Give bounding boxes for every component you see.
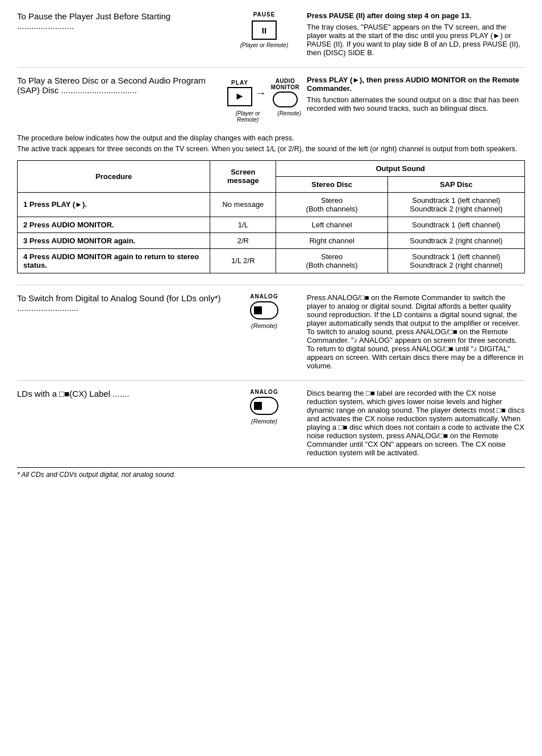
- cx-title: LDs with a □■(CX) Label .......: [17, 389, 222, 457]
- th-output-sound: Output Sound: [276, 160, 525, 176]
- analog-section: To Switch from Digital to Analog Sound (…: [17, 293, 525, 370]
- pause-button-icon: II: [252, 20, 277, 40]
- cx-section: LDs with a □■(CX) Label ....... ANALOG (…: [17, 389, 525, 457]
- analog-title: To Switch from Digital to Analog Sound (…: [17, 293, 222, 370]
- cx-instruction: Discs bearing the □■ label are recorded …: [307, 389, 525, 457]
- table-cell-sap: Soundtrack 1 (left channel)Soundtrack 2 …: [387, 192, 524, 217]
- cx-button-icon: [250, 397, 278, 415]
- procedure-description: The procedure below indicates how the ou…: [17, 133, 525, 155]
- table-row: 3 Press AUDIO MONITOR again.2/RRight cha…: [18, 232, 525, 248]
- pause-title: To Pause the Player Just Before Starting…: [17, 11, 222, 57]
- stereo-title: To Play a Stereo Disc or a Second Audio …: [17, 76, 222, 123]
- stereo-instruction: Press PLAY (►), then press AUDIO MONITOR…: [307, 76, 525, 123]
- play-monitor-row: PLAY ► → AUDIO MONITOR: [227, 78, 301, 109]
- cx-controls: ANALOG (Remote): [227, 389, 301, 457]
- analog-button-icon: [250, 301, 278, 319]
- divider-3: [17, 380, 525, 381]
- play-group: PLAY ►: [227, 80, 252, 107]
- table-cell-stereo: Left channel: [276, 217, 387, 232]
- footnote: * All CDs and CDVs output digital, not a…: [17, 467, 525, 479]
- table-cell-screen: 2/R: [210, 232, 276, 248]
- table-cell-screen: 1/L: [210, 217, 276, 232]
- table-row: 2 Press AUDIO MONITOR.1/LLeft channelSou…: [18, 217, 525, 232]
- analog-square-icon: [254, 306, 262, 314]
- stereo-controls: PLAY ► → AUDIO MONITOR (Player or Remote…: [227, 76, 301, 123]
- monitor-button-icon: [273, 92, 298, 107]
- table-cell-procedure: 1 Press PLAY (►).: [18, 192, 210, 217]
- analog-controls: ANALOG (Remote): [227, 293, 301, 370]
- procedure-table: Procedure Screen message Output Sound St…: [17, 160, 525, 273]
- table-cell-procedure: 3 Press AUDIO MONITOR again.: [18, 232, 210, 248]
- arrow-right-icon: →: [256, 88, 266, 99]
- table-cell-screen: 1/L 2/R: [210, 248, 276, 273]
- table-cell-stereo: Right channel: [276, 232, 387, 248]
- analog-instruction: Press ANALOG/□■ on the Remote Commander …: [307, 293, 525, 370]
- stereo-captions: (Player or Remote) (Remote): [227, 110, 301, 123]
- table-cell-stereo: Stereo(Both channels): [276, 192, 387, 217]
- table-cell-procedure: 2 Press AUDIO MONITOR.: [18, 217, 210, 232]
- monitor-group: AUDIO MONITOR: [269, 78, 301, 109]
- pause-controls: PAUSE II (Player or Remote): [227, 11, 301, 57]
- divider-1: [17, 67, 525, 68]
- th-screen: Screen message: [210, 160, 276, 192]
- table-row: 1 Press PLAY (►).No messageStereo(Both c…: [18, 192, 525, 217]
- th-procedure: Procedure: [18, 160, 210, 192]
- stereo-section: To Play a Stereo Disc or a Second Audio …: [17, 76, 525, 123]
- table-row: 4 Press AUDIO MONITOR again to return to…: [18, 248, 525, 273]
- table-cell-screen: No message: [210, 192, 276, 217]
- table-cell-procedure: 4 Press AUDIO MONITOR again to return to…: [18, 248, 210, 273]
- pause-instruction: Press PAUSE (II) after doing step 4 on p…: [307, 11, 525, 57]
- th-sap-disc: SAP Disc: [387, 176, 524, 192]
- pause-section: To Pause the Player Just Before Starting…: [17, 11, 525, 57]
- table-cell-sap: Soundtrack 1 (left channel)Soundtrack 2 …: [387, 248, 524, 273]
- th-stereo-disc: Stereo Disc: [276, 176, 387, 192]
- divider-2: [17, 285, 525, 285]
- table-cell-sap: Soundtrack 1 (left channel): [387, 217, 524, 232]
- cx-square-icon: [254, 402, 262, 410]
- play-button-icon: ►: [227, 87, 252, 106]
- table-cell-stereo: Stereo(Both channels): [276, 248, 387, 273]
- table-cell-sap: Soundtrack 2 (right channel): [387, 232, 524, 248]
